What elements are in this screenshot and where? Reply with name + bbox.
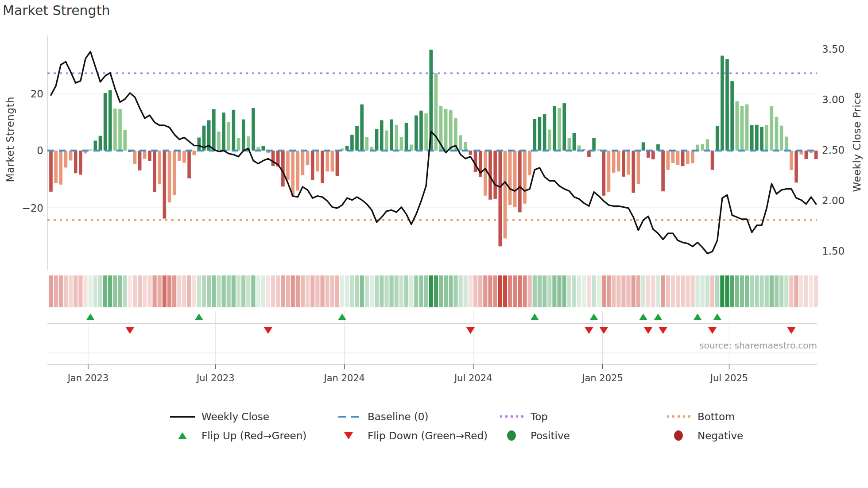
heatmap-cell bbox=[133, 275, 137, 307]
positive-circle-icon bbox=[499, 430, 524, 441]
heatmap-cell bbox=[779, 275, 783, 307]
heatmap-cell bbox=[542, 275, 546, 307]
strength-bar bbox=[523, 151, 527, 204]
strength-bar bbox=[721, 56, 724, 151]
strength-bar bbox=[173, 151, 176, 195]
strength-bar bbox=[148, 151, 151, 161]
strength-bar bbox=[790, 151, 793, 170]
strength-bar bbox=[666, 151, 670, 170]
x-tick-label: Jan 2024 bbox=[309, 373, 380, 383]
strength-bar bbox=[360, 105, 364, 151]
strength-bar bbox=[99, 136, 102, 151]
strength-bar bbox=[281, 151, 285, 186]
legend-label: Baseline (0) bbox=[368, 411, 428, 422]
strength-bar bbox=[528, 151, 531, 175]
heatmap-cell bbox=[375, 275, 379, 307]
legend-label: Flip Up (Red→Green) bbox=[202, 430, 306, 442]
x-tick-label: Jul 2023 bbox=[180, 373, 251, 383]
strength-bar bbox=[380, 120, 384, 151]
strength-bar bbox=[316, 151, 319, 171]
strength-bar bbox=[533, 119, 537, 151]
heatmap-cell bbox=[429, 275, 433, 307]
heatmap-cell bbox=[246, 275, 250, 307]
strength-bar bbox=[138, 151, 142, 170]
heatmap-cell bbox=[399, 275, 403, 307]
strength-bar bbox=[311, 151, 314, 180]
flip-up-marker bbox=[713, 314, 721, 320]
heatmap-cell bbox=[74, 275, 78, 307]
legend-item-baseline[interactable]: Baseline (0) bbox=[336, 407, 499, 426]
strength-bar bbox=[192, 151, 196, 155]
heatmap-cell bbox=[276, 275, 280, 307]
flip-down-marker bbox=[644, 327, 652, 334]
heatmap-cell bbox=[661, 275, 665, 307]
left-axis-label: Market Strength bbox=[4, 97, 16, 182]
heatmap-cell bbox=[187, 275, 191, 307]
heatmap-cell bbox=[690, 275, 694, 307]
strength-bar bbox=[730, 81, 734, 151]
strength-bar bbox=[498, 151, 502, 246]
strength-bar bbox=[548, 130, 551, 151]
heatmap-cell bbox=[236, 275, 240, 307]
heatmap-cell bbox=[167, 275, 171, 307]
heatmap-cell bbox=[59, 275, 63, 307]
heatmap-cell bbox=[113, 275, 117, 307]
heatmap-cell bbox=[227, 275, 231, 307]
heatmap-cell bbox=[103, 275, 107, 307]
heatmap-cell bbox=[212, 275, 216, 307]
heatmap-cell bbox=[320, 275, 324, 307]
strength-bar bbox=[59, 151, 62, 185]
legend-item-bottom[interactable]: Bottom bbox=[666, 407, 763, 426]
heatmap-cell bbox=[794, 275, 798, 307]
legend-item-top[interactable]: Top bbox=[499, 407, 666, 426]
strength-bar bbox=[632, 151, 635, 193]
strength-bar bbox=[89, 149, 92, 151]
heatmap-cell bbox=[804, 275, 808, 307]
strength-bar bbox=[508, 151, 512, 205]
strength-bar bbox=[168, 151, 171, 202]
heatmap-cell bbox=[138, 275, 142, 307]
strength-bar bbox=[79, 151, 82, 174]
strength-bar bbox=[271, 151, 275, 166]
strength-bar bbox=[424, 113, 428, 151]
strength-bar bbox=[252, 108, 255, 151]
strength-bar bbox=[118, 109, 122, 151]
strength-bar bbox=[676, 151, 680, 165]
strength-bar bbox=[375, 129, 379, 151]
heatmap-cell bbox=[740, 275, 744, 307]
strength-bar bbox=[814, 151, 818, 159]
heatmap-cell bbox=[513, 275, 517, 307]
legend-item-weekly-close[interactable]: Weekly Close bbox=[170, 407, 336, 426]
heatmap-cell bbox=[765, 275, 769, 307]
heatmap-cell bbox=[335, 275, 339, 307]
legend-item-flip-up[interactable]: Flip Up (Red→Green) bbox=[170, 426, 336, 445]
heatmap-cell bbox=[705, 275, 709, 307]
heatmap-cell bbox=[315, 275, 319, 307]
heatmap-cell bbox=[192, 275, 196, 307]
heatmap-cell bbox=[64, 275, 68, 307]
strength-bar bbox=[400, 137, 403, 151]
strength-bar bbox=[158, 151, 161, 184]
strength-bar bbox=[232, 110, 236, 151]
heatmap-cell bbox=[696, 275, 700, 307]
heatmap-cell bbox=[54, 275, 58, 307]
flip-up-marker bbox=[694, 314, 702, 320]
strength-bar bbox=[484, 151, 487, 196]
strength-bar bbox=[350, 135, 354, 151]
heatmap-cell bbox=[222, 275, 226, 307]
strength-bar bbox=[237, 138, 240, 151]
bottom-dotted-icon bbox=[666, 415, 691, 418]
heatmap-cell bbox=[256, 275, 260, 307]
heatmap-cell bbox=[434, 275, 438, 307]
strength-bar bbox=[395, 125, 398, 151]
left-tick-neg20: −20 bbox=[4, 202, 43, 214]
legend-item-positive[interactable]: Positive bbox=[499, 426, 666, 445]
heatmap-cell bbox=[360, 275, 364, 307]
strength-bar bbox=[661, 151, 665, 191]
heatmap-cell bbox=[641, 275, 645, 307]
legend-item-negative[interactable]: Negative bbox=[666, 426, 763, 445]
strength-bar bbox=[143, 151, 147, 159]
strength-bar bbox=[573, 133, 576, 151]
legend-item-flip-down[interactable]: Flip Down (Green→Red) bbox=[336, 426, 499, 445]
strength-bar bbox=[163, 151, 167, 219]
